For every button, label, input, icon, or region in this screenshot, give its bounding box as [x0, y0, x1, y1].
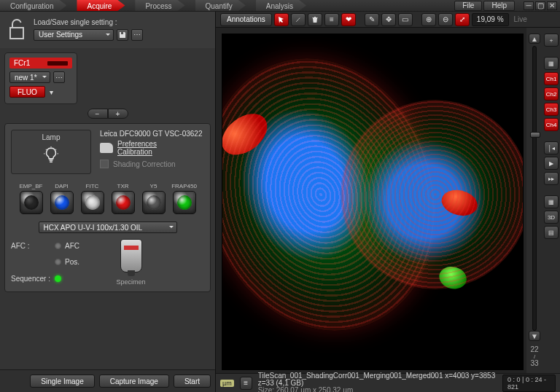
channel-fcr-header[interactable]: FCr1 — [9, 58, 72, 68]
camera-info: Leica DFC9000 GT VSC-03622 Preferences C… — [100, 130, 204, 174]
play-first-button[interactable]: │◂ — [544, 141, 559, 154]
unit-chip: µm — [220, 380, 234, 387]
lock-open-icon[interactable] — [6, 16, 28, 42]
camera-icon — [100, 143, 113, 153]
cube-button-dapi[interactable] — [50, 191, 74, 214]
shading-correction-checkbox[interactable] — [100, 160, 109, 168]
tab-label: Acquire — [87, 2, 112, 10]
pointer-tool-button[interactable] — [274, 13, 289, 26]
lamp-icon[interactable] — [42, 146, 61, 165]
cube-button-frap450[interactable] — [173, 191, 196, 214]
filter-cube-row: EMP_BF DAPI FITC TXR Y5 FRAP450 — [11, 183, 204, 214]
menu-help[interactable]: Help — [483, 1, 515, 11]
preset-dropdown[interactable]: new 1* — [9, 71, 50, 83]
pos-label: Pos. — [65, 258, 94, 266]
channel-ch1-button[interactable]: Ch1 — [544, 72, 559, 85]
delete-annotation-button[interactable] — [308, 13, 322, 26]
info-button[interactable]: ≡ — [240, 377, 252, 390]
channel-ch2-button[interactable]: Ch2 — [544, 87, 559, 101]
exposure-bar-icon — [47, 61, 68, 66]
tab-process[interactable]: Process — [135, 0, 184, 11]
add-remove-channel: − + — [4, 109, 211, 119]
cube-label: FITC — [86, 183, 99, 189]
cube-button-emp-bf[interactable] — [20, 191, 43, 214]
load-save-title: Load/Save single setting : — [34, 18, 143, 26]
status-line1: TileScan_001_ShadingCorr001_Merging001_M… — [258, 372, 495, 387]
zoom-out-button[interactable]: ⊖ — [438, 13, 453, 26]
cube-frap450: FRAP450 — [171, 183, 198, 214]
tab-acquire[interactable]: Acquire — [77, 0, 125, 11]
cube-y5: Y5 — [141, 183, 167, 214]
zoom-in-button[interactable]: ⊕ — [421, 13, 436, 26]
remove-channel-button[interactable]: − — [88, 109, 108, 119]
acquire-action-bar: Single Image Capture Image Start — [0, 369, 215, 392]
z-total: 33 — [530, 359, 538, 367]
image-viewport[interactable] — [222, 34, 524, 370]
region-tool-button[interactable]: ▭ — [398, 13, 413, 26]
acquire-sidebar: Load/Save single setting : User Settings… — [0, 12, 216, 392]
crop-tool-button[interactable]: ✎ — [365, 13, 379, 26]
channel-ch4-button[interactable]: Ch4 — [544, 118, 559, 131]
viewer-side-toolbar: ＋ ▦ Ch1 Ch2 Ch3 Ch4 │◂ ▶ ▸▸ ▦ 3D ▤ — [542, 28, 560, 373]
settings-more-button[interactable]: ⋯ — [131, 29, 143, 41]
camera-name: Leica DFC9000 GT VSC-03622 — [100, 130, 204, 138]
z-down-button[interactable]: ▼ — [529, 331, 540, 341]
cube-label: TXR — [117, 183, 129, 189]
cube-label: FRAP450 — [171, 183, 197, 189]
fluo-mode-button[interactable]: FLUO — [9, 86, 45, 98]
tab-label: Configuration — [10, 2, 53, 10]
3d-view-button[interactable]: 3D — [544, 211, 559, 224]
histogram-button[interactable]: ▤ — [544, 226, 559, 239]
play-last-button[interactable]: ▸▸ — [544, 172, 559, 185]
calibration-link[interactable]: Calibration — [117, 148, 157, 156]
menu-file[interactable]: File — [454, 1, 482, 11]
window-close-button[interactable]: ✕ — [547, 1, 557, 10]
cube-button-txr[interactable] — [112, 191, 135, 214]
scalebar-button[interactable]: ≡ — [324, 13, 339, 26]
gallery-button[interactable]: ▦ — [544, 195, 559, 208]
ruler-tool-button[interactable]: ⟋ — [291, 13, 306, 26]
cube-button-fitc[interactable] — [81, 191, 104, 214]
play-button[interactable]: ▶ — [544, 157, 559, 170]
overlay-toggle-button[interactable]: ▦ — [544, 57, 559, 70]
status-grid: AFC : AFC Pos. Sequencer : — [11, 239, 94, 286]
tab-configuration[interactable]: Configuration — [0, 0, 66, 11]
preferences-link[interactable]: Preferences — [117, 140, 157, 148]
tab-quantify[interactable]: Quantify — [195, 0, 246, 11]
z-thumb[interactable] — [530, 132, 540, 138]
sequencer-header: Sequencer : — [11, 275, 55, 283]
z-up-button[interactable]: ▲ — [529, 34, 540, 44]
start-button[interactable]: Start — [174, 375, 211, 388]
objective-value: HCX APO U-V-I 100x/1.30 OIL — [44, 224, 143, 232]
stamp-tool-button[interactable]: ❤ — [341, 13, 356, 26]
cube-txr: TXR — [110, 183, 136, 214]
settings-dropdown[interactable]: User Settings — [34, 29, 114, 41]
tab-analysis[interactable]: Analysis — [256, 0, 306, 11]
status-line2: Size: 260,07 µm x 250.32 µm — [258, 386, 353, 393]
tab-label: Analysis — [266, 2, 293, 10]
preset-more-button[interactable]: ⋯ — [53, 71, 65, 83]
settings-dropdown-value: User Settings — [39, 31, 82, 39]
cube-button-y5[interactable] — [142, 191, 166, 214]
cube-emp-bf: EMP_BF — [18, 183, 44, 214]
tab-label: Process — [145, 2, 171, 10]
window-minimize-button[interactable]: ─ — [524, 1, 534, 10]
chevron-down-icon: ▾ — [50, 88, 53, 96]
annotations-chip[interactable]: Annotations — [220, 13, 272, 26]
afc-header: AFC : — [11, 242, 55, 250]
z-track[interactable] — [532, 46, 537, 331]
pan-tool-button[interactable]: ✥ — [381, 13, 396, 26]
window-maximize-button[interactable]: ▢ — [535, 1, 545, 10]
z-counter: 22/33 — [530, 346, 538, 367]
single-image-button[interactable]: Single Image — [30, 375, 94, 388]
channel-ch3-button[interactable]: Ch3 — [544, 103, 559, 116]
add-channel-button[interactable]: + — [108, 109, 128, 119]
z-slider: ▲ ▼ 22/33 — [526, 28, 542, 373]
organelle-icon — [437, 264, 469, 291]
save-settings-button[interactable] — [117, 29, 128, 41]
capture-image-button[interactable]: Capture Image — [99, 375, 169, 388]
fit-screen-button[interactable]: ⤢ — [455, 13, 470, 26]
zoom-readout[interactable]: 19,09 % — [472, 13, 509, 26]
objective-dropdown[interactable]: HCX APO U-V-I 100x/1.30 OIL — [39, 222, 177, 233]
add-view-button[interactable]: ＋ — [544, 34, 559, 47]
